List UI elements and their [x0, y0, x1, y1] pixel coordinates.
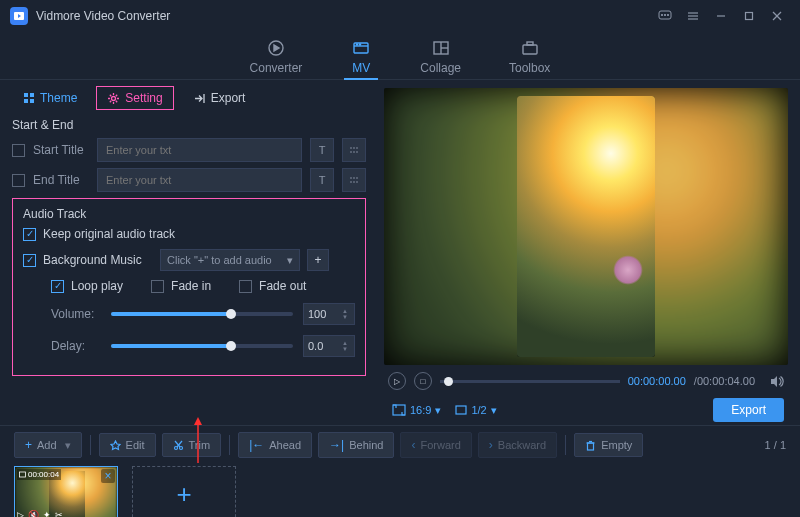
subtabs: Theme Setting Export: [12, 86, 366, 110]
start-title-input[interactable]: [97, 138, 302, 162]
thumb-play-icon[interactable]: ▷: [17, 510, 24, 517]
gear-icon: [107, 92, 120, 105]
keep-original-checkbox[interactable]: [23, 228, 36, 241]
add-button[interactable]: +Add▾: [14, 432, 82, 458]
volume-value[interactable]: 100▲▼: [303, 303, 355, 325]
export-button[interactable]: Export: [713, 398, 784, 422]
preview-panel: ▷ □ 00:00:00.00/00:00:04.00 16:9▾ 1/2▾ E…: [378, 80, 800, 425]
keep-original-label: Keep original audio track: [43, 227, 175, 241]
play-button[interactable]: ▷: [388, 372, 406, 390]
svg-point-35: [350, 177, 352, 179]
fadein-checkbox[interactable]: [151, 280, 164, 293]
stop-button[interactable]: □: [414, 372, 432, 390]
nav-toolbox[interactable]: Toolbox: [509, 37, 550, 79]
time-total: /00:00:04.00: [694, 375, 755, 387]
svg-point-28: [112, 96, 116, 100]
svg-point-33: [353, 151, 355, 153]
end-title-more-button[interactable]: [342, 168, 366, 192]
start-title-checkbox[interactable]: [12, 144, 25, 157]
end-title-font-button[interactable]: T: [310, 168, 334, 192]
start-end-header: Start & End: [12, 118, 366, 132]
volume-label: Volume:: [51, 307, 101, 321]
thumb-trim-icon[interactable]: ✂: [55, 510, 63, 517]
trim-button[interactable]: Trim: [162, 433, 222, 457]
nav-collage[interactable]: Collage: [420, 37, 461, 79]
menu-icon[interactable]: [680, 3, 706, 29]
svg-point-32: [350, 151, 352, 153]
svg-point-17: [357, 44, 358, 45]
svg-point-31: [356, 147, 358, 149]
svg-rect-50: [588, 443, 594, 450]
audio-track-section: Audio Track Keep original audio track Ba…: [12, 198, 366, 376]
page-indicator: 1 / 1: [765, 439, 786, 451]
zoom-button[interactable]: 1/2▾: [451, 402, 500, 419]
progress-bar[interactable]: [440, 380, 620, 383]
nav-converter[interactable]: Converter: [250, 37, 303, 79]
svg-marker-14: [274, 45, 279, 51]
svg-point-4: [664, 14, 665, 15]
start-title-more-button[interactable]: [342, 138, 366, 162]
svg-rect-45: [456, 406, 466, 414]
nav-mv[interactable]: MV: [350, 37, 372, 79]
fadeout-checkbox[interactable]: [239, 280, 252, 293]
subtab-export[interactable]: Export: [182, 86, 257, 110]
close-button[interactable]: [764, 3, 790, 29]
settings-panel: Theme Setting Export Start & End Start T…: [0, 80, 378, 425]
bgm-select[interactable]: Click "+" to add audio ▾: [160, 249, 300, 271]
add-audio-button[interactable]: +: [307, 249, 329, 271]
svg-point-38: [350, 181, 352, 183]
svg-rect-27: [30, 99, 34, 103]
audio-header: Audio Track: [23, 207, 355, 221]
volume-icon[interactable]: [769, 374, 784, 389]
theme-icon: [23, 92, 35, 104]
subtab-theme[interactable]: Theme: [12, 86, 88, 110]
minimize-button[interactable]: [708, 3, 734, 29]
delay-value[interactable]: 0.0▲▼: [303, 335, 355, 357]
svg-rect-53: [20, 472, 26, 477]
behind-button[interactable]: →|Behind: [318, 432, 394, 458]
clip-thumbnail[interactable]: 00:00:04 × ▷ 🔇 ✦ ✂: [14, 466, 118, 517]
ahead-button[interactable]: |←Ahead: [238, 432, 312, 458]
forward-button[interactable]: ‹Forward: [400, 432, 471, 458]
svg-point-29: [350, 147, 352, 149]
end-title-input[interactable]: [97, 168, 302, 192]
preview-options: 16:9▾ 1/2▾ Export: [384, 395, 788, 425]
preview-viewport: [384, 88, 788, 365]
converter-icon: [265, 37, 287, 59]
progress-thumb[interactable]: [444, 377, 453, 386]
end-title-checkbox[interactable]: [12, 174, 25, 187]
maximize-button[interactable]: [736, 3, 762, 29]
svg-point-18: [360, 44, 361, 45]
bgm-checkbox[interactable]: [23, 254, 36, 267]
thumb-close-icon[interactable]: ×: [101, 469, 115, 483]
loop-checkbox[interactable]: [51, 280, 64, 293]
svg-rect-10: [746, 13, 753, 20]
delay-thumb[interactable]: [226, 341, 236, 351]
app-title: Vidmore Video Converter: [36, 9, 170, 23]
export-icon: [193, 92, 206, 105]
volume-slider[interactable]: [111, 312, 293, 316]
edit-button[interactable]: Edit: [99, 433, 156, 457]
clip-toolbar: +Add▾ Edit Trim |←Ahead →|Behind ‹Forwar…: [14, 432, 786, 458]
add-clip-slot[interactable]: +: [132, 466, 236, 517]
thumb-mute-icon[interactable]: 🔇: [28, 510, 39, 517]
thumb-edit-icon[interactable]: ✦: [43, 510, 51, 517]
main-nav: Converter MV Collage Toolbox: [0, 32, 800, 80]
mv-icon: [350, 37, 372, 59]
empty-button[interactable]: Empty: [574, 433, 643, 457]
volume-thumb[interactable]: [226, 309, 236, 319]
start-title-font-button[interactable]: T: [310, 138, 334, 162]
subtab-setting[interactable]: Setting: [96, 86, 173, 110]
svg-point-3: [661, 14, 662, 15]
timeline-area: +Add▾ Edit Trim |←Ahead →|Behind ‹Forwar…: [0, 425, 800, 517]
feedback-icon[interactable]: [652, 3, 678, 29]
app-logo-icon: [10, 7, 28, 25]
backward-button[interactable]: ›Backward: [478, 432, 557, 458]
aspect-ratio-button[interactable]: 16:9▾: [388, 402, 445, 419]
delay-label: Delay:: [51, 339, 101, 353]
svg-point-30: [353, 147, 355, 149]
bgm-label: Background Music: [43, 253, 153, 267]
delay-slider[interactable]: [111, 344, 293, 348]
toolbox-icon: [519, 37, 541, 59]
start-title-label: Start Title: [33, 143, 89, 157]
